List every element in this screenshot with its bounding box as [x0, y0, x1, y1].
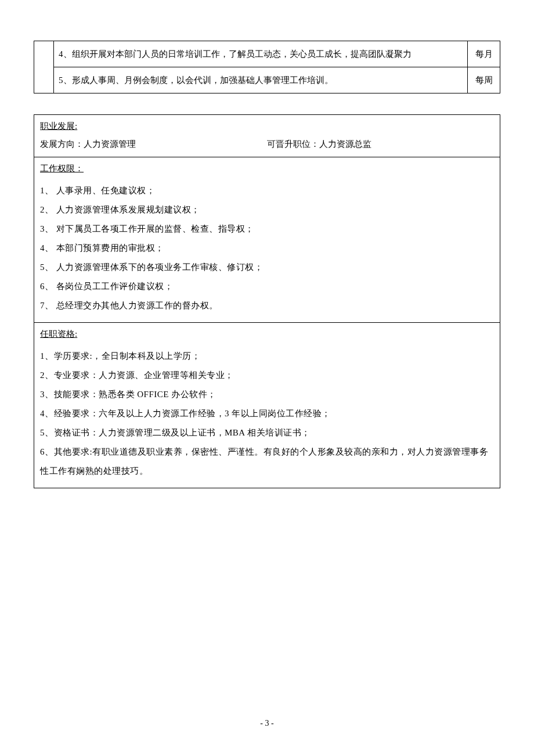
work-authority-section: 工作权限： 1、 人事录用、任免建议权； 2、 人力资源管理体系发展规划建议权；…: [34, 157, 500, 323]
qualification-title: 任职资格:: [40, 329, 77, 340]
list-item: 1、学历要求:，全日制本科及以上学历；: [40, 347, 494, 366]
list-item: 6、 各岗位员工工作评价建议权；: [40, 277, 494, 296]
list-item: 6、其他要求:有职业道德及职业素养，保密性、严谨性。有良好的个人形象及较高的亲和…: [40, 442, 494, 481]
table-row: 5、形成人事周、月例会制度，以会代训，加强基础人事管理工作培训。 每周: [34, 67, 500, 93]
list-item: 4、 本部门预算费用的审批权；: [40, 239, 494, 258]
page-number: - 3 -: [0, 719, 534, 728]
list-item: 2、专业要求：人力资源、企业管理等相关专业；: [40, 366, 494, 385]
top-table-cell-text: 5、形成人事周、月例会制度，以会代训，加强基础人事管理工作培训。: [54, 67, 468, 93]
authority-title: 工作权限：: [40, 163, 84, 174]
list-item: 5、 人力资源管理体系下的各项业务工作审核、修订权；: [40, 258, 494, 277]
top-table-left-stub: [34, 41, 54, 93]
top-table: 4、组织开展对本部门人员的日常培训工作，了解员工动态，关心员工成长，提高团队凝聚…: [34, 41, 500, 93]
top-table-cell-freq: 每月: [468, 41, 500, 67]
list-item: 7、 总经理交办其他人力资源工作的督办权。: [40, 296, 494, 315]
list-item: 2、 人力资源管理体系发展规划建议权；: [40, 200, 494, 219]
top-table-cell-freq: 每周: [468, 67, 500, 93]
top-table-cell-text: 4、组织开展对本部门人员的日常培训工作，了解员工动态，关心员工成长，提高团队凝聚…: [54, 41, 468, 67]
main-box: 职业发展: 发展方向：人力资源管理 可晋升职位：人力资源总监 工作权限： 1、 …: [34, 114, 500, 488]
career-title: 职业发展:: [40, 121, 77, 132]
career-development-section: 职业发展: 发展方向：人力资源管理 可晋升职位：人力资源总监: [34, 115, 500, 157]
table-row: 4、组织开展对本部门人员的日常培训工作，了解员工动态，关心员工成长，提高团队凝聚…: [34, 41, 500, 67]
qualification-section: 任职资格: 1、学历要求:，全日制本科及以上学历； 2、专业要求：人力资源、企业…: [34, 323, 500, 488]
list-item: 4、经验要求：六年及以上人力资源工作经验，3 年以上同岗位工作经验；: [40, 404, 494, 423]
list-item: 3、 对下属员工各项工作开展的监督、检查、指导权；: [40, 219, 494, 239]
career-row: 发展方向：人力资源管理 可晋升职位：人力资源总监: [40, 139, 494, 150]
career-direction: 发展方向：人力资源管理: [40, 139, 267, 150]
list-item: 3、技能要求：熟悉各类 OFFICE 办公软件；: [40, 385, 494, 404]
career-promotion: 可晋升职位：人力资源总监: [267, 139, 494, 150]
list-item: 1、 人事录用、任免建议权；: [40, 181, 494, 200]
list-item: 5、资格证书：人力资源管理二级及以上证书，MBA 相关培训证书；: [40, 423, 494, 442]
